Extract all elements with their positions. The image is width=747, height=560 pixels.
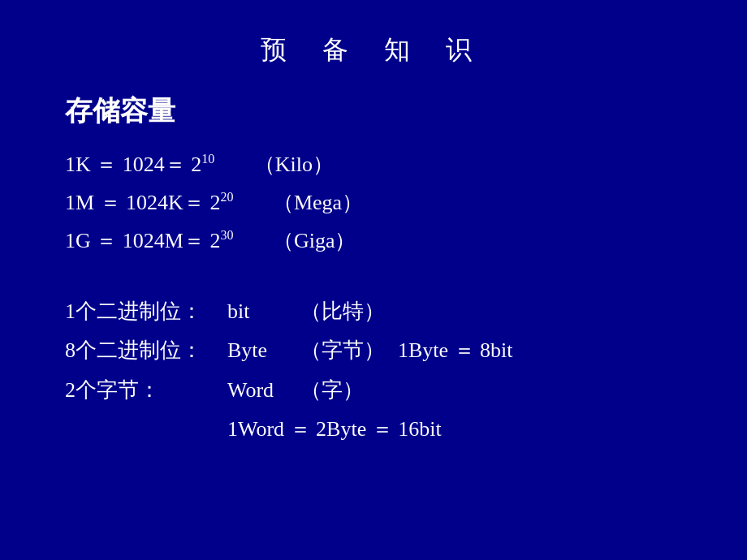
g-exp: 30 xyxy=(220,228,233,242)
byte-description: （字节） xyxy=(300,331,398,370)
g-suffix: （Giga） xyxy=(273,222,356,261)
word-label: 2个字节： xyxy=(65,371,227,410)
m-equals: ＝ 220 xyxy=(184,184,273,222)
byte-label: 8个二进制位： xyxy=(65,331,227,370)
k-exp: 10 xyxy=(201,152,214,166)
word-equation-line: 1Word ＝ 2Byte ＝ 16bit xyxy=(65,410,682,449)
section-title: 存储容量 xyxy=(65,93,682,130)
g-prefix: 1G ＝ 1024M xyxy=(65,222,184,261)
slide: 预 备 知 识 存储容量 1K ＝ 1024 ＝ 210 （Kilo） 1M ＝… xyxy=(0,0,747,560)
word-equation: 1Word ＝ 2Byte ＝ 16bit xyxy=(227,417,442,441)
bit-line-byte: 8个二进制位： Byte （字节） 1Byte ＝ 8bit xyxy=(65,331,682,370)
storage-line-k: 1K ＝ 1024 ＝ 210 （Kilo） xyxy=(65,146,682,184)
bit-line-bit: 1个二进制位： bit （比特） xyxy=(65,292,682,331)
word-description: （字） xyxy=(300,371,398,410)
storage-section: 1K ＝ 1024 ＝ 210 （Kilo） 1M ＝ 1024K ＝ 220 … xyxy=(65,146,682,260)
k-equals: ＝ 210 xyxy=(165,146,254,184)
g-equals: ＝ 230 xyxy=(184,222,273,261)
k-prefix: 1K ＝ 1024 xyxy=(65,146,165,184)
bit-label: 1个二进制位： xyxy=(65,292,227,331)
byte-term: Byte xyxy=(227,331,300,370)
bit-line-word: 2个字节： Word （字） xyxy=(65,371,682,410)
bit-description: （比特） xyxy=(300,292,398,331)
m-exp: 20 xyxy=(220,190,233,204)
m-suffix: （Mega） xyxy=(273,184,363,222)
byte-extra: 1Byte ＝ 8bit xyxy=(398,331,513,370)
slide-title: 预 备 知 识 xyxy=(65,32,682,68)
word-term: Word xyxy=(227,371,300,410)
storage-line-m: 1M ＝ 1024K ＝ 220 （Mega） xyxy=(65,184,682,222)
bits-section: 1个二进制位： bit （比特） 8个二进制位： Byte （字节） 1Byte… xyxy=(65,292,682,448)
k-suffix: （Kilo） xyxy=(254,146,334,184)
m-prefix: 1M ＝ 1024K xyxy=(65,184,184,222)
bit-term: bit xyxy=(227,292,300,331)
storage-line-g: 1G ＝ 1024M ＝ 230 （Giga） xyxy=(65,222,682,261)
